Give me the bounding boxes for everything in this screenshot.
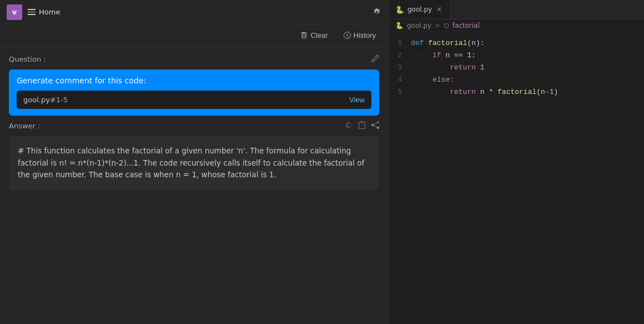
editor-tabs: 🐍 gool.py ✕	[389, 0, 644, 19]
question-box: Generate comment for this code: gool.py#…	[9, 69, 379, 116]
answer-text: # This function calculates the factorial…	[18, 146, 364, 179]
hamburger-icon[interactable]	[28, 9, 36, 15]
line-number-5: 5	[389, 88, 411, 96]
avatar: v	[7, 4, 22, 20]
question-label: Question :	[9, 55, 46, 63]
answer-actions	[345, 121, 379, 131]
history-button[interactable]: History	[340, 29, 379, 42]
line-number-2: 2	[389, 52, 411, 59]
line-content-5: ········ return n * factorial(n-1)	[411, 88, 644, 96]
question-text: Generate comment for this code:	[17, 76, 371, 85]
code-line-2: 2 ···· if n == 1:	[389, 51, 644, 63]
code-line-4: 4 ···· else:	[389, 76, 644, 88]
breadcrumb-file-icon: 🐍	[395, 22, 404, 29]
file-ref-range: #1-5	[50, 96, 68, 104]
breadcrumb-file: gool.py	[407, 22, 431, 29]
home-label: Home	[39, 8, 60, 16]
share-button[interactable]	[371, 121, 379, 131]
clear-button[interactable]: Clear	[297, 29, 331, 42]
view-button[interactable]: View	[349, 96, 365, 104]
file-reference-box: gool.py#1-5 View	[17, 91, 371, 109]
line-number-3: 3	[389, 64, 411, 72]
answer-header: Answer :	[9, 121, 379, 131]
tab-close-button[interactable]: ✕	[435, 6, 443, 13]
editor-panel: 🐍 gool.py ✕ 🐍 gool.py > ⬡ factorial 1 de…	[389, 0, 644, 324]
line-content-3: ········ return 1	[411, 63, 644, 72]
question-header: Question :	[9, 54, 379, 64]
tab-filename: gool.py	[407, 6, 432, 13]
line-content-1: def factorial(n):	[411, 39, 644, 47]
code-line-1: 1 def factorial(n):	[389, 39, 644, 51]
tab-gool-py[interactable]: 🐍 gool.py ✕	[389, 0, 450, 19]
code-editor: 1 def factorial(n): 2 ···· if n == 1: 3 …	[389, 32, 644, 324]
copy-icon	[358, 121, 366, 129]
edit-icon	[371, 54, 379, 62]
edit-question-button[interactable]	[371, 54, 379, 64]
clear-label: Clear	[310, 31, 328, 39]
breadcrumb-separator: >	[435, 22, 440, 29]
bito-toolbar: Clear History	[0, 24, 388, 47]
code-line-3: 3 ········ return 1	[389, 63, 644, 76]
line-number-4: 4	[389, 76, 411, 84]
code-line-5: 5 ········ return n * factorial(n-1)	[389, 88, 644, 100]
function-icon: ⬡	[444, 22, 449, 29]
refresh-icon	[345, 121, 353, 129]
settings-button[interactable]	[373, 8, 381, 17]
refresh-button[interactable]	[345, 121, 353, 131]
file-ref-name: gool.py	[23, 96, 50, 104]
trash-icon	[300, 32, 308, 39]
python-file-icon: 🐍	[395, 6, 404, 14]
line-content-2: ···· if n == 1:	[411, 51, 644, 59]
history-icon	[344, 32, 351, 39]
file-ref-text: gool.py#1-5	[23, 96, 68, 104]
copy-button[interactable]	[358, 121, 366, 131]
line-number-1: 1	[389, 39, 411, 47]
bito-content: Question : Generate comment for this cod…	[0, 47, 388, 324]
home-nav[interactable]: Home	[28, 8, 60, 16]
bito-panel: v Home Clear	[0, 0, 389, 324]
answer-label: Answer :	[9, 122, 40, 130]
share-icon	[371, 121, 379, 129]
bito-header: v Home	[0, 0, 388, 24]
line-content-4: ···· else:	[411, 76, 644, 84]
breadcrumb: 🐍 gool.py > ⬡ factorial	[389, 19, 644, 32]
breadcrumb-function: factorial	[452, 22, 480, 29]
answer-box: # This function calculates the factorial…	[9, 136, 379, 190]
history-label: History	[354, 31, 376, 39]
